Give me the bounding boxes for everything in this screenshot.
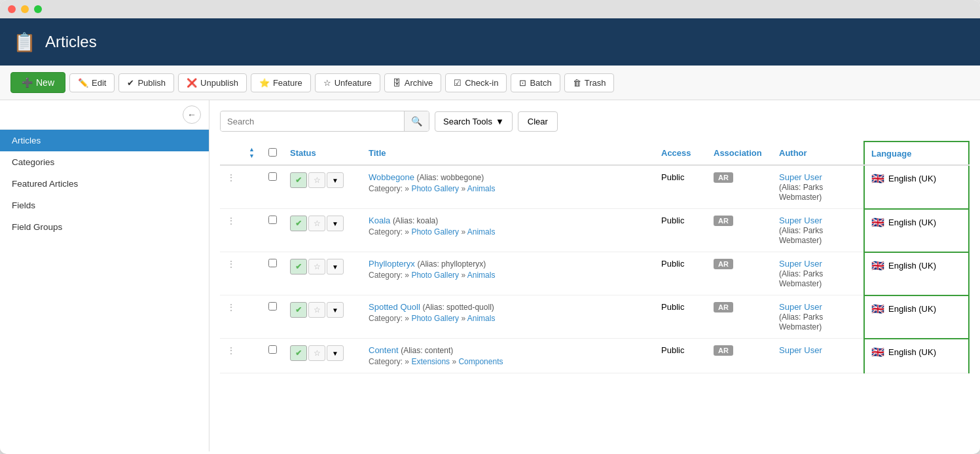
access-value: Public xyxy=(661,259,684,269)
category-link-2[interactable]: Animals xyxy=(467,184,496,193)
drag-handle[interactable]: ⋮ xyxy=(227,172,236,183)
author-cell: Super User(Alias: Parks Webmaster) xyxy=(772,252,864,295)
article-title-link[interactable]: Wobbegone xyxy=(369,172,414,182)
sort-up-icon[interactable]: ▲ xyxy=(249,147,255,153)
feature-status-button[interactable]: ☆ xyxy=(308,345,325,361)
category-link-1[interactable]: Photo Gallery xyxy=(411,227,459,236)
association-badge[interactable]: AR xyxy=(714,172,733,183)
main-area: ← Articles Categories Featured Articles … xyxy=(0,100,980,451)
category-link-1[interactable]: Photo Gallery xyxy=(411,184,459,193)
x-circle-icon: ❌ xyxy=(187,78,197,88)
language-value: English (UK) xyxy=(888,304,936,314)
sidebar-item-field-groups[interactable]: Field Groups xyxy=(0,216,209,238)
feature-button[interactable]: ⭐ Feature xyxy=(251,73,311,92)
feature-status-button[interactable]: ☆ xyxy=(308,302,325,318)
article-title-link[interactable]: Phyllopteryx xyxy=(369,259,415,269)
status-dropdown-button[interactable]: ▼ xyxy=(327,259,344,274)
status-dropdown-button[interactable]: ▼ xyxy=(327,345,344,361)
feature-status-button[interactable]: ☆ xyxy=(308,259,325,274)
select-all-checkbox[interactable] xyxy=(268,148,277,157)
title-cell: Spotted Quoll (Alias: spotted-quoll) Cat… xyxy=(362,295,655,339)
col-header-title[interactable]: Title xyxy=(362,142,655,165)
access-value: Public xyxy=(661,172,684,182)
col-header-author[interactable]: Author xyxy=(772,142,864,165)
category-link-1[interactable]: Photo Gallery xyxy=(411,314,459,323)
new-button[interactable]: ➕ New xyxy=(10,72,65,93)
association-cell: AR xyxy=(707,165,772,209)
row-checkbox[interactable] xyxy=(268,302,277,311)
author-link[interactable]: Super User xyxy=(779,259,822,269)
author-cell: Super User(Alias: Parks Webmaster) xyxy=(772,209,864,252)
star-outline-icon: ☆ xyxy=(314,176,321,185)
row-checkbox[interactable] xyxy=(268,172,277,181)
minimize-button[interactable] xyxy=(21,5,29,13)
close-button[interactable] xyxy=(8,5,16,13)
article-title-link[interactable]: Spotted Quoll xyxy=(369,302,420,312)
sort-down-icon[interactable]: ▼ xyxy=(249,153,255,159)
search-submit-button[interactable]: 🔍 xyxy=(404,111,429,131)
feature-status-button[interactable]: ☆ xyxy=(308,216,325,231)
status-buttons: ✔ ☆ ▼ xyxy=(290,259,355,274)
publish-button[interactable]: ✔ Publish xyxy=(118,73,174,92)
association-badge[interactable]: AR xyxy=(714,302,733,312)
articles-table: ▲ ▼ Status Title xyxy=(220,141,970,373)
title-cell: Content (Alias: content) Category: » Ext… xyxy=(362,339,655,373)
unpublish-button[interactable]: ❌ Unpublish xyxy=(178,73,247,92)
association-badge[interactable]: AR xyxy=(714,345,733,356)
author-link[interactable]: Super User xyxy=(779,302,822,312)
drag-handle[interactable]: ⋮ xyxy=(227,216,236,226)
row-checkbox[interactable] xyxy=(268,259,277,267)
sidebar-item-categories[interactable]: Categories xyxy=(0,151,209,173)
category-link-2[interactable]: Animals xyxy=(467,271,496,280)
row-checkbox[interactable] xyxy=(268,216,277,224)
star-outline-icon: ☆ xyxy=(314,349,321,358)
checkin-button[interactable]: ☑ Check-in xyxy=(445,73,507,92)
col-header-access[interactable]: Access xyxy=(655,142,707,165)
association-cell: AR xyxy=(707,209,772,252)
sidebar-item-articles[interactable]: Articles xyxy=(0,130,209,151)
publish-status-button[interactable]: ✔ xyxy=(290,259,307,274)
col-header-status[interactable]: Status xyxy=(283,142,362,165)
maximize-button[interactable] xyxy=(34,5,42,13)
association-badge[interactable]: AR xyxy=(714,259,733,269)
search-tools-button[interactable]: Search Tools ▼ xyxy=(435,111,513,132)
clear-button[interactable]: Clear xyxy=(518,111,558,132)
drag-handle[interactable]: ⋮ xyxy=(227,259,236,269)
association-badge[interactable]: AR xyxy=(714,216,733,226)
search-input[interactable] xyxy=(221,112,404,131)
chevron-down-icon: ▼ xyxy=(332,263,338,271)
sidebar-item-fields[interactable]: Fields xyxy=(0,195,209,216)
publish-status-button[interactable]: ✔ xyxy=(290,216,307,231)
col-header-association[interactable]: Association xyxy=(707,142,772,165)
col-header-language[interactable]: Language xyxy=(864,142,969,165)
unfeature-button[interactable]: ☆ Unfeature xyxy=(315,73,380,92)
category-link-1[interactable]: Photo Gallery xyxy=(411,271,459,280)
back-button[interactable]: ← xyxy=(183,105,201,124)
trash-button[interactable]: 🗑 Trash xyxy=(564,73,615,92)
article-title-link[interactable]: Koala xyxy=(369,216,390,225)
sort-cell xyxy=(242,295,262,339)
author-link[interactable]: Super User xyxy=(779,345,822,355)
batch-button[interactable]: ⊡ Batch xyxy=(511,73,560,92)
drag-handle[interactable]: ⋮ xyxy=(227,345,236,356)
article-title-link[interactable]: Content xyxy=(369,345,399,355)
category-link-2[interactable]: Components xyxy=(458,357,503,366)
edit-button[interactable]: ✏️ Edit xyxy=(69,73,115,92)
status-dropdown-button[interactable]: ▼ xyxy=(327,216,344,231)
status-dropdown-button[interactable]: ▼ xyxy=(327,302,344,318)
status-dropdown-button[interactable]: ▼ xyxy=(327,172,344,188)
author-link[interactable]: Super User xyxy=(779,172,822,182)
publish-status-button[interactable]: ✔ xyxy=(290,302,307,318)
feature-status-button[interactable]: ☆ xyxy=(308,172,325,188)
drag-handle[interactable]: ⋮ xyxy=(227,302,236,312)
publish-status-button[interactable]: ✔ xyxy=(290,172,307,188)
row-checkbox[interactable] xyxy=(268,345,277,354)
sidebar-item-featured-articles[interactable]: Featured Articles xyxy=(0,173,209,195)
category-link-2[interactable]: Animals xyxy=(467,314,496,323)
author-alias: (Alias: Parks Webmaster) xyxy=(779,183,823,202)
category-link-2[interactable]: Animals xyxy=(467,227,496,236)
archive-button[interactable]: 🗄 Archive xyxy=(384,73,441,92)
author-link[interactable]: Super User xyxy=(779,216,822,225)
category-link-1[interactable]: Extensions xyxy=(411,357,450,366)
publish-status-button[interactable]: ✔ xyxy=(290,345,307,361)
